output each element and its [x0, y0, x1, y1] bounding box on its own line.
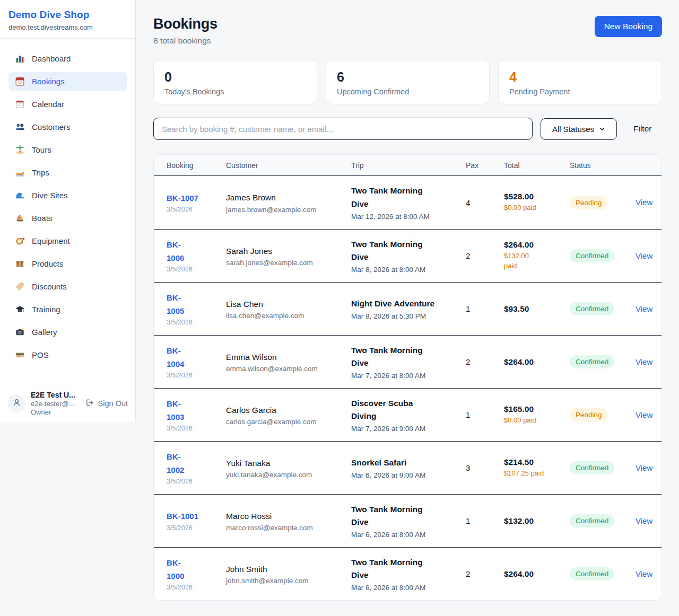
stats-row: 0 Today's Bookings 6 Upcoming Confirmed …: [153, 60, 662, 104]
sidebar-item-dive-sites[interactable]: Dive Sites: [8, 186, 127, 205]
view-link[interactable]: View: [628, 198, 652, 207]
view-link[interactable]: View: [628, 410, 652, 419]
speedboat-icon: [15, 168, 25, 178]
sidebar-footer: E2E Test U... e2e-tester@... Owner Sign …: [0, 384, 135, 423]
view-link[interactable]: View: [628, 357, 652, 366]
trip-name: Two Tank Morning Dive: [351, 556, 466, 582]
sidebar-item-label: Equipment: [32, 236, 70, 245]
sidebar-item-tours[interactable]: Tours: [8, 140, 127, 159]
booking-code-link[interactable]: BK- 1004: [167, 345, 226, 371]
view-link[interactable]: View: [628, 516, 652, 525]
new-booking-button[interactable]: New Booking: [595, 16, 662, 37]
sidebar-item-products[interactable]: Products: [8, 254, 127, 273]
actions-cell: View: [628, 251, 652, 261]
calendar-icon: [15, 99, 25, 109]
trip-name: Two Tank Morning Dive: [351, 344, 466, 369]
status-cell: Pending: [570, 408, 628, 421]
sidebar-item-discounts[interactable]: Discounts: [8, 277, 127, 296]
booking-cell: BK- 1006 3/5/2026: [167, 239, 226, 274]
sidebar-item-bookings[interactable]: 17Bookings: [8, 72, 127, 91]
total-amount: $93.50: [504, 304, 570, 314]
sidebar-item-training[interactable]: Training: [8, 300, 127, 319]
sidebar-item-label: Gallery: [32, 328, 57, 337]
view-link[interactable]: View: [628, 304, 652, 313]
total-amount: $214.50: [504, 457, 570, 467]
sidebar-nav: Dashboard17BookingsCalendarCustomersTour…: [0, 39, 135, 384]
booking-date: 3/5/2026: [167, 206, 226, 213]
booking-date: 3/5/2026: [167, 584, 226, 591]
avatar: [7, 394, 25, 412]
sidebar-item-label: Products: [32, 259, 63, 268]
stat-label: Pending Payment: [509, 87, 651, 96]
sidebar-item-gallery[interactable]: Gallery: [8, 323, 127, 341]
customer-cell: Carlos Garcia carlos.garcia@example.com: [226, 404, 351, 426]
booking-code-link[interactable]: BK- 1005: [167, 292, 226, 318]
sidebar-item-label: Boats: [32, 214, 52, 223]
calendar-17-icon: 17: [15, 76, 25, 86]
package-icon: [15, 259, 25, 269]
total-cell: $528.00 $0.00 paid: [504, 192, 570, 213]
sign-out-button[interactable]: Sign Out: [85, 398, 128, 409]
sidebar-item-trips[interactable]: Trips: [8, 163, 127, 182]
view-link[interactable]: View: [628, 569, 652, 578]
status-filter-select[interactable]: All Statuses: [541, 118, 617, 140]
booking-code-link[interactable]: BK- 1002: [167, 451, 226, 477]
sidebar-item-boats[interactable]: Boats: [8, 209, 127, 227]
customer-cell: James Brown james.brown@example.com: [226, 191, 351, 214]
actions-cell: View: [628, 516, 652, 526]
total-amount: $264.00: [504, 569, 570, 579]
bookings-page: Demo Dive Shop demo.test.divestreams.com…: [0, 0, 679, 616]
stat-card-todays-bookings: 0 Today's Bookings: [153, 60, 317, 104]
pax-count: 2: [466, 357, 504, 366]
booking-code-link[interactable]: BK-1007: [167, 192, 226, 205]
trip-name: Night Dive Adventure: [351, 297, 466, 310]
status-cell: Confirmed: [570, 567, 628, 580]
customer-email: lisa.chen@example.com: [226, 312, 351, 320]
sidebar-item-label: Bookings: [32, 77, 65, 86]
booking-code-link[interactable]: BK- 1006: [167, 239, 226, 265]
stat-card-upcoming-confirmed: 6 Upcoming Confirmed: [326, 60, 490, 104]
customer-name: Carlos Garcia: [226, 404, 351, 417]
page-subtitle: 8 total bookings: [153, 36, 217, 46]
stat-label: Today's Bookings: [164, 87, 306, 96]
page-header: Bookings 8 total bookings New Booking: [153, 16, 662, 46]
customer-name: Emma Wilson: [226, 351, 351, 364]
total-cell: $264.00 $132.00 paid: [504, 240, 570, 271]
booking-code-link[interactable]: BK-1001: [167, 510, 226, 523]
table-row: BK- 1000 3/5/2026 John Smith john.smith@…: [154, 547, 661, 600]
search-input[interactable]: [153, 118, 533, 140]
view-link[interactable]: View: [628, 251, 652, 260]
trip-cell: Two Tank Morning Dive Mar 12, 2026 at 8:…: [351, 184, 466, 220]
booking-cell: BK-1007 3/5/2026: [167, 192, 226, 214]
user-info: E2E Test U... e2e-tester@... Owner: [31, 391, 85, 416]
sidebar-item-calendar[interactable]: Calendar: [8, 95, 127, 113]
booking-code-link[interactable]: BK- 1003: [167, 398, 226, 424]
trip-name: Discover Scuba Diving: [351, 397, 466, 423]
status-cell: Confirmed: [570, 249, 628, 262]
booking-code-link[interactable]: BK- 1000: [167, 557, 226, 583]
customer-cell: Yuki Tanaka yuki.tanaka@example.com: [226, 457, 351, 479]
status-cell: Confirmed: [570, 514, 628, 527]
total-cell: $132.00: [504, 516, 570, 526]
actions-cell: View: [628, 569, 652, 579]
trip-cell: Night Dive Adventure Mar 8, 2026 at 5:30…: [351, 297, 466, 320]
sidebar-item-pos[interactable]: POS: [8, 346, 127, 364]
customer-name: Yuki Tanaka: [226, 457, 351, 470]
table-row: BK- 1002 3/5/2026 Yuki Tanaka yuki.tanak…: [154, 441, 661, 494]
status-badge: Confirmed: [570, 355, 614, 368]
filter-button[interactable]: Filter: [633, 124, 651, 134]
sidebar-item-equipment[interactable]: Equipment: [8, 232, 127, 250]
table-row: BK-1001 3/5/2026 Marco Rossi marco.rossi…: [154, 494, 661, 547]
trip-cell: Two Tank Morning Dive Mar 7, 2026 at 8:0…: [351, 344, 466, 380]
customer-name: James Brown: [226, 191, 351, 205]
paid-amount: $0.00 paid: [504, 203, 570, 213]
user-icon: [12, 398, 22, 410]
pax-count: 1: [466, 304, 504, 313]
sidebar-item-dashboard[interactable]: Dashboard: [8, 49, 127, 68]
actions-cell: View: [628, 357, 652, 367]
total-cell: $264.00: [504, 357, 570, 367]
chevron-down-icon: [599, 125, 605, 134]
pax-count: 1: [466, 410, 504, 419]
view-link[interactable]: View: [628, 463, 652, 472]
sidebar-item-customers[interactable]: Customers: [8, 118, 127, 136]
